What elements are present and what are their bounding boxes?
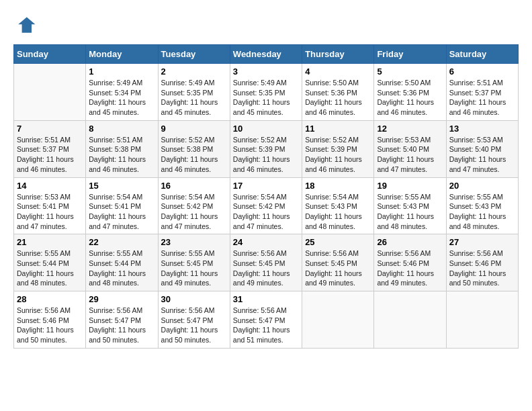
daylight-text: Daylight: 11 hours and 47 minutes. xyxy=(377,154,443,174)
day-number: 27 xyxy=(449,237,515,247)
logo xyxy=(13,13,40,38)
daylight-text: Daylight: 11 hours and 48 minutes. xyxy=(305,212,371,231)
day-info: Sunrise: 5:56 AM Sunset: 5:46 PM Dayligh… xyxy=(17,306,83,345)
day-cell: 24 Sunrise: 5:56 AM Sunset: 5:45 PM Dayl… xyxy=(230,234,302,291)
daylight-text: Daylight: 11 hours and 50 minutes. xyxy=(89,325,154,345)
day-cell: 2 Sunrise: 5:49 AM Sunset: 5:35 PM Dayli… xyxy=(158,64,230,121)
sunset-text: Sunset: 5:43 PM xyxy=(377,201,443,212)
sunset-text: Sunset: 5:43 PM xyxy=(449,201,515,212)
day-info: Sunrise: 5:54 AM Sunset: 5:42 PM Dayligh… xyxy=(233,192,299,232)
sunset-text: Sunset: 5:44 PM xyxy=(17,259,83,269)
sunset-text: Sunset: 5:42 PM xyxy=(233,201,299,212)
day-cell: 29 Sunrise: 5:56 AM Sunset: 5:47 PM Dayl… xyxy=(86,291,158,349)
sunset-text: Sunset: 5:38 PM xyxy=(89,144,154,154)
day-info: Sunrise: 5:54 AM Sunset: 5:42 PM Dayligh… xyxy=(161,192,227,232)
sunset-text: Sunset: 5:45 PM xyxy=(305,259,371,269)
col-header-wednesday: Wednesday xyxy=(230,45,302,64)
calendar-table: SundayMondayTuesdayWednesdayThursdayFrid… xyxy=(13,44,519,349)
week-row-5: 28 Sunrise: 5:56 AM Sunset: 5:46 PM Dayl… xyxy=(14,291,519,349)
day-info: Sunrise: 5:56 AM Sunset: 5:47 PM Dayligh… xyxy=(89,306,154,345)
day-info: Sunrise: 5:56 AM Sunset: 5:45 PM Dayligh… xyxy=(305,248,371,288)
sunset-text: Sunset: 5:46 PM xyxy=(449,259,515,269)
sunset-text: Sunset: 5:44 PM xyxy=(89,259,154,269)
daylight-text: Daylight: 11 hours and 47 minutes. xyxy=(449,154,515,174)
sunrise-text: Sunrise: 5:55 AM xyxy=(161,248,227,259)
sunrise-text: Sunrise: 5:49 AM xyxy=(89,78,154,88)
day-info: Sunrise: 5:56 AM Sunset: 5:46 PM Dayligh… xyxy=(449,248,515,288)
sunset-text: Sunset: 5:37 PM xyxy=(449,88,515,98)
col-header-monday: Monday xyxy=(86,45,158,64)
day-number: 26 xyxy=(377,237,443,247)
day-number: 25 xyxy=(305,237,371,247)
sunset-text: Sunset: 5:47 PM xyxy=(89,316,154,326)
day-number: 12 xyxy=(377,124,443,134)
day-info: Sunrise: 5:53 AM Sunset: 5:41 PM Dayligh… xyxy=(17,192,83,232)
sunset-text: Sunset: 5:45 PM xyxy=(161,259,227,269)
day-info: Sunrise: 5:55 AM Sunset: 5:45 PM Dayligh… xyxy=(161,248,227,288)
daylight-text: Daylight: 11 hours and 49 minutes. xyxy=(305,269,371,288)
daylight-text: Daylight: 11 hours and 49 minutes. xyxy=(233,269,299,288)
sunrise-text: Sunrise: 5:51 AM xyxy=(89,135,154,145)
day-number: 30 xyxy=(161,294,227,304)
day-cell: 23 Sunrise: 5:55 AM Sunset: 5:45 PM Dayl… xyxy=(158,234,230,291)
sunrise-text: Sunrise: 5:49 AM xyxy=(161,78,227,88)
day-number: 13 xyxy=(449,124,515,134)
daylight-text: Daylight: 11 hours and 48 minutes. xyxy=(89,269,154,288)
week-row-4: 21 Sunrise: 5:55 AM Sunset: 5:44 PM Dayl… xyxy=(14,234,519,291)
sunrise-text: Sunrise: 5:51 AM xyxy=(17,135,83,145)
day-info: Sunrise: 5:52 AM Sunset: 5:38 PM Dayligh… xyxy=(161,135,227,175)
day-cell: 16 Sunrise: 5:54 AM Sunset: 5:42 PM Dayl… xyxy=(158,177,230,234)
sunrise-text: Sunrise: 5:55 AM xyxy=(17,248,83,259)
daylight-text: Daylight: 11 hours and 49 minutes. xyxy=(377,269,443,288)
sunrise-text: Sunrise: 5:50 AM xyxy=(377,78,443,88)
day-number: 2 xyxy=(161,66,227,77)
day-info: Sunrise: 5:56 AM Sunset: 5:46 PM Dayligh… xyxy=(377,248,443,288)
day-info: Sunrise: 5:54 AM Sunset: 5:43 PM Dayligh… xyxy=(305,192,371,232)
daylight-text: Daylight: 11 hours and 46 minutes. xyxy=(305,154,371,174)
day-cell: 10 Sunrise: 5:52 AM Sunset: 5:39 PM Dayl… xyxy=(230,120,302,177)
day-number: 17 xyxy=(233,181,299,191)
daylight-text: Daylight: 11 hours and 45 minutes. xyxy=(233,97,299,117)
sunrise-text: Sunrise: 5:54 AM xyxy=(161,192,227,202)
sunset-text: Sunset: 5:47 PM xyxy=(161,316,227,326)
logo-icon xyxy=(13,13,38,38)
daylight-text: Daylight: 11 hours and 51 minutes. xyxy=(233,325,299,345)
day-cell: 17 Sunrise: 5:54 AM Sunset: 5:42 PM Dayl… xyxy=(230,177,302,234)
day-cell: 30 Sunrise: 5:56 AM Sunset: 5:47 PM Dayl… xyxy=(158,291,230,349)
daylight-text: Daylight: 11 hours and 46 minutes. xyxy=(377,97,443,117)
sunrise-text: Sunrise: 5:55 AM xyxy=(449,192,515,202)
day-cell: 9 Sunrise: 5:52 AM Sunset: 5:38 PM Dayli… xyxy=(158,120,230,177)
day-number: 8 xyxy=(89,124,154,134)
sunset-text: Sunset: 5:40 PM xyxy=(377,144,443,154)
day-info: Sunrise: 5:53 AM Sunset: 5:40 PM Dayligh… xyxy=(377,135,443,175)
day-cell xyxy=(14,64,86,121)
week-row-3: 14 Sunrise: 5:53 AM Sunset: 5:41 PM Dayl… xyxy=(14,177,519,234)
daylight-text: Daylight: 11 hours and 48 minutes. xyxy=(449,212,515,231)
day-number: 20 xyxy=(449,181,515,191)
day-info: Sunrise: 5:55 AM Sunset: 5:43 PM Dayligh… xyxy=(449,192,515,232)
day-number: 5 xyxy=(377,66,443,77)
day-info: Sunrise: 5:52 AM Sunset: 5:39 PM Dayligh… xyxy=(305,135,371,175)
sunset-text: Sunset: 5:38 PM xyxy=(161,144,227,154)
col-header-sunday: Sunday xyxy=(14,45,86,64)
day-number: 4 xyxy=(305,66,371,77)
daylight-text: Daylight: 11 hours and 48 minutes. xyxy=(377,212,443,231)
daylight-text: Daylight: 11 hours and 47 minutes. xyxy=(233,212,299,231)
day-cell: 7 Sunrise: 5:51 AM Sunset: 5:37 PM Dayli… xyxy=(14,120,86,177)
day-info: Sunrise: 5:49 AM Sunset: 5:35 PM Dayligh… xyxy=(161,78,227,118)
day-cell: 25 Sunrise: 5:56 AM Sunset: 5:45 PM Dayl… xyxy=(302,234,374,291)
day-number: 29 xyxy=(89,294,154,304)
sunrise-text: Sunrise: 5:51 AM xyxy=(449,78,515,88)
day-info: Sunrise: 5:56 AM Sunset: 5:47 PM Dayligh… xyxy=(233,306,299,345)
sunrise-text: Sunrise: 5:49 AM xyxy=(233,78,299,88)
day-cell: 21 Sunrise: 5:55 AM Sunset: 5:44 PM Dayl… xyxy=(14,234,86,291)
day-cell: 31 Sunrise: 5:56 AM Sunset: 5:47 PM Dayl… xyxy=(230,291,302,349)
sunrise-text: Sunrise: 5:55 AM xyxy=(377,192,443,202)
day-cell: 19 Sunrise: 5:55 AM Sunset: 5:43 PM Dayl… xyxy=(374,177,446,234)
sunrise-text: Sunrise: 5:53 AM xyxy=(449,135,515,145)
sunset-text: Sunset: 5:34 PM xyxy=(89,88,154,98)
day-cell xyxy=(374,291,446,349)
sunset-text: Sunset: 5:42 PM xyxy=(161,201,227,212)
sunset-text: Sunset: 5:35 PM xyxy=(161,88,227,98)
daylight-text: Daylight: 11 hours and 45 minutes. xyxy=(89,97,154,117)
